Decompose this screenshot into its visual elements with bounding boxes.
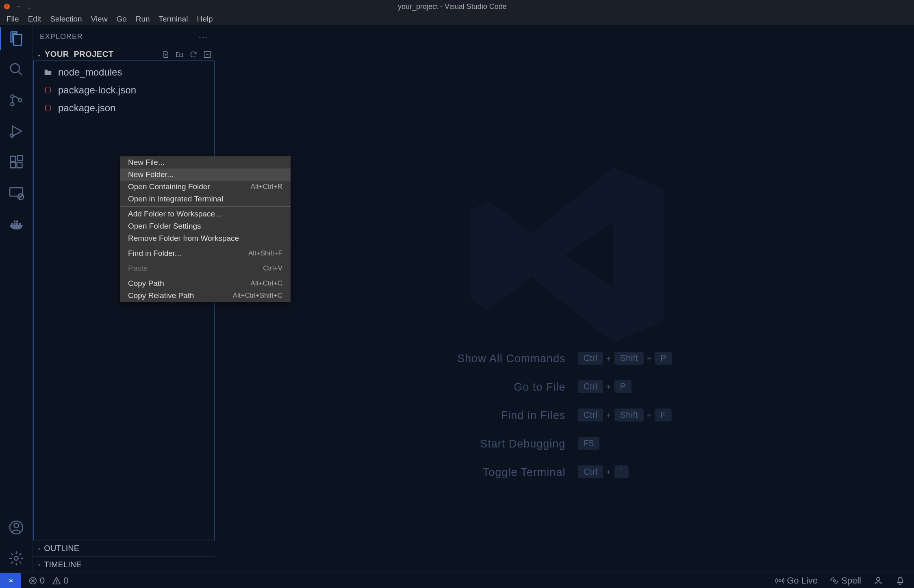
- file-name: package-lock.json: [58, 84, 136, 96]
- json-icon: [43, 86, 52, 94]
- sidebar-more-icon[interactable]: ···: [199, 32, 208, 41]
- panel-outline[interactable]: › OUTLINE: [33, 540, 215, 556]
- svg-point-15: [14, 523, 18, 528]
- editor-area: Show All Commands Ctrl+Shift+P Go to Fil…: [215, 25, 914, 573]
- vscode-logo-watermark: [455, 145, 675, 365]
- folder-name: YOUR_PROJECT: [45, 50, 158, 59]
- activity-bar: [0, 25, 33, 573]
- folder-icon: [43, 68, 52, 77]
- status-spell[interactable]: Spell: [830, 575, 861, 586]
- chevron-right-icon: ›: [38, 562, 40, 568]
- window-close-icon[interactable]: ✕: [4, 4, 10, 9]
- titlebar: ✕ − □ your_project - Visual Studio Code: [0, 0, 914, 13]
- status-golive[interactable]: Go Live: [775, 575, 818, 586]
- svg-point-23: [779, 579, 782, 582]
- menu-run[interactable]: Run: [132, 13, 154, 25]
- window-title: your_project - Visual Studio Code: [31, 2, 873, 11]
- menu-help[interactable]: Help: [193, 13, 217, 25]
- menu-edit[interactable]: Edit: [24, 13, 46, 25]
- sidebar-title: EXPLORER: [40, 32, 83, 41]
- ctx-copy-relative-path[interactable]: Copy Relative PathAlt+Ctrl+Shift+C: [120, 290, 291, 302]
- status-feedback-icon[interactable]: [873, 576, 883, 586]
- search-icon[interactable]: [8, 61, 25, 78]
- golive-label: Go Live: [787, 575, 818, 586]
- refresh-icon[interactable]: [189, 50, 198, 58]
- source-control-icon[interactable]: [8, 92, 25, 109]
- window-maximize-icon[interactable]: □: [28, 3, 31, 10]
- panel-timeline[interactable]: › TIMELINE: [33, 556, 215, 573]
- explorer-icon[interactable]: [8, 30, 25, 47]
- ctx-add-folder-workspace[interactable]: Add Folder to Workspace...: [120, 208, 291, 220]
- extensions-icon[interactable]: [8, 153, 25, 171]
- error-count: 0: [40, 575, 45, 586]
- panel-label: OUTLINE: [44, 544, 79, 553]
- svg-rect-7: [10, 156, 15, 162]
- ctx-open-terminal[interactable]: Open in Integrated Terminal: [120, 193, 291, 205]
- ctx-open-containing[interactable]: Open Containing FolderAlt+Ctrl+R: [120, 181, 291, 193]
- ctx-new-folder[interactable]: New Folder...: [120, 169, 291, 181]
- svg-rect-11: [10, 188, 23, 196]
- shortcut-keys: F5: [577, 437, 672, 451]
- svg-line-13: [19, 195, 22, 199]
- folder-header[interactable]: ⌄ YOUR_PROJECT: [33, 48, 215, 61]
- spell-label: Spell: [841, 575, 861, 586]
- panel-label: TIMELINE: [44, 560, 81, 569]
- ctx-folder-settings[interactable]: Open Folder Settings: [120, 220, 291, 232]
- shortcut-keys: Ctrl+P: [577, 380, 672, 394]
- remote-button[interactable]: [0, 573, 21, 588]
- statusbar: 0 0 Go Live Spell: [0, 573, 914, 588]
- menubar: File Edit Selection View Go Run Terminal…: [0, 13, 914, 25]
- settings-gear-icon[interactable]: [8, 550, 25, 567]
- shortcut-label: Toggle Terminal: [457, 466, 565, 479]
- svg-point-25: [877, 577, 880, 581]
- chevron-right-icon: ›: [38, 545, 40, 551]
- run-debug-icon[interactable]: [8, 123, 25, 140]
- shortcut-label: Go to File: [457, 381, 565, 393]
- docker-icon[interactable]: [8, 215, 25, 232]
- warning-count: 0: [63, 575, 68, 586]
- remote-explorer-icon[interactable]: [8, 184, 25, 201]
- svg-point-4: [18, 99, 22, 102]
- json-icon: [43, 104, 52, 112]
- shortcut-label: Show All Commands: [457, 352, 565, 365]
- status-warnings[interactable]: 0: [52, 575, 68, 586]
- file-name: node_modules: [58, 67, 122, 78]
- svg-point-16: [14, 556, 18, 560]
- shortcut-keys: Ctrl+Shift+P: [577, 352, 672, 365]
- svg-line-1: [18, 71, 22, 76]
- svg-point-3: [11, 103, 14, 106]
- svg-rect-8: [10, 163, 15, 168]
- menu-go[interactable]: Go: [112, 13, 130, 25]
- accounts-icon[interactable]: [8, 519, 25, 536]
- svg-point-24: [833, 579, 836, 582]
- svg-marker-5: [12, 126, 21, 136]
- collapse-icon[interactable]: [203, 50, 211, 58]
- ctx-new-file[interactable]: New File...: [120, 156, 291, 169]
- file-name: package.json: [58, 102, 115, 114]
- new-folder-icon[interactable]: [176, 50, 184, 58]
- ctx-remove-folder[interactable]: Remove Folder from Workspace: [120, 232, 291, 244]
- shortcut-keys: Ctrl+Shift+F: [577, 409, 672, 422]
- new-file-icon[interactable]: [162, 50, 170, 58]
- menu-terminal[interactable]: Terminal: [155, 13, 192, 25]
- file-row-folder[interactable]: node_modules: [34, 63, 214, 81]
- svg-point-2: [11, 95, 14, 98]
- shortcut-label: Find in Files: [457, 409, 565, 422]
- file-row-json[interactable]: package.json: [34, 99, 214, 117]
- status-errors[interactable]: 0: [28, 575, 45, 586]
- status-bell-icon[interactable]: [895, 576, 905, 586]
- ctx-copy-path[interactable]: Copy PathAlt+Ctrl+C: [120, 277, 291, 290]
- menu-view[interactable]: View: [87, 13, 112, 25]
- menu-file[interactable]: File: [2, 13, 23, 25]
- ctx-paste: PasteCtrl+V: [120, 262, 291, 275]
- shortcut-keys: Ctrl+`: [577, 465, 672, 479]
- shortcut-label: Start Debugging: [457, 438, 565, 450]
- svg-rect-9: [17, 163, 22, 168]
- ctx-find-in-folder[interactable]: Find in Folder...Alt+Shift+F: [120, 247, 291, 259]
- svg-point-22: [56, 583, 57, 583]
- file-row-json[interactable]: package-lock.json: [34, 81, 214, 99]
- svg-point-0: [10, 64, 19, 73]
- welcome-shortcuts: Show All Commands Ctrl+Shift+P Go to Fil…: [457, 352, 672, 479]
- window-minimize-icon[interactable]: −: [17, 3, 20, 10]
- menu-selection[interactable]: Selection: [46, 13, 86, 25]
